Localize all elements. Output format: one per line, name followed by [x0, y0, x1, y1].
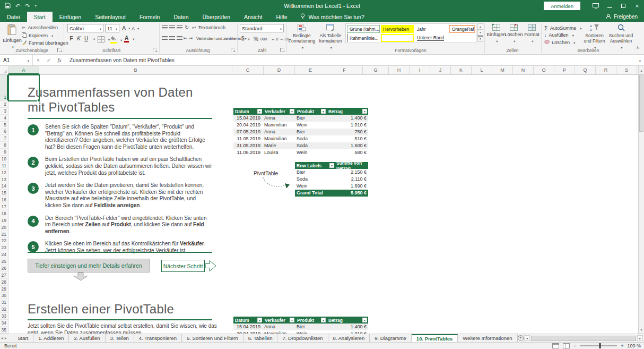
- clipboard-dialog-launcher[interactable]: [57, 48, 62, 52]
- merge-center-button[interactable]: Verbinden und zentrieren: [196, 36, 247, 41]
- tab-datei[interactable]: Datei: [0, 12, 27, 22]
- grow-font-button[interactable]: A▲: [122, 25, 130, 31]
- align-center-icon[interactable]: [169, 36, 175, 40]
- sheet-tab[interactable]: 2. Ausfüllen: [69, 334, 105, 342]
- scroll-down-icon[interactable]: ▾: [639, 326, 644, 333]
- zoom-level[interactable]: 100 %: [627, 343, 641, 348]
- row-header[interactable]: 13: [0, 176, 8, 183]
- share-button[interactable]: Freigeben: [606, 12, 644, 22]
- column-header[interactable]: C: [232, 66, 264, 74]
- number-dialog-launcher[interactable]: [280, 48, 284, 52]
- cut-button[interactable]: ✂Ausschneiden: [22, 25, 58, 30]
- table-row[interactable]: 15.04.2019 Anna Bier 1.400 €: [233, 324, 368, 330]
- row-header[interactable]: 21: [0, 231, 8, 238]
- customize-qat-icon[interactable]: ▾: [34, 4, 37, 8]
- restore-button[interactable]: [616, 0, 630, 12]
- expand-formula-bar-icon[interactable]: [638, 57, 644, 63]
- ribbon-tab[interactable]: Start: [27, 12, 53, 22]
- increase-indent-icon[interactable]: ⇥: [189, 36, 193, 41]
- column-header[interactable]: F: [326, 66, 363, 74]
- sheet-tab[interactable]: 5. Sortieren und Filtern: [182, 334, 243, 342]
- insert-function-icon[interactable]: fx: [54, 57, 65, 63]
- format-painter-button[interactable]: Format übertragen: [22, 40, 68, 46]
- column-header[interactable]: L: [472, 66, 492, 74]
- filter-dropdown-button[interactable]: [257, 109, 262, 114]
- vertical-scroll-thumb[interactable]: [639, 74, 643, 132]
- conditional-formatting-button[interactable]: Bedingte Formatierung: [288, 24, 316, 50]
- table-row[interactable]: 15.04.2019 Anna Bier 1.400 €: [233, 115, 368, 122]
- row-header[interactable]: 33: [0, 313, 8, 320]
- table-row[interactable]: 31.05.2019 Marie Soda 1.600 €: [233, 142, 368, 149]
- column-header[interactable]: J: [430, 66, 451, 74]
- sheet-tab[interactable]: 3. Teilen: [106, 334, 134, 342]
- close-button[interactable]: ×: [630, 0, 644, 12]
- underline-button[interactable]: U: [83, 36, 95, 41]
- sheet-tab[interactable]: 1. Addieren: [33, 334, 69, 342]
- row-header[interactable]: 16: [0, 197, 8, 203]
- hscroll-right-icon[interactable]: ▸: [637, 335, 643, 341]
- column-header[interactable]: M: [492, 66, 513, 74]
- new-sheet-button[interactable]: +: [518, 334, 524, 342]
- paste-button[interactable]: Einfügen: [3, 24, 21, 49]
- delete-cells-button[interactable]: × Löschen: [506, 24, 522, 44]
- indent-buttons[interactable]: ⇤⇥: [184, 36, 193, 41]
- fill-button[interactable]: ↓Ausfüllen: [544, 32, 574, 38]
- insert-cells-button[interactable]: + Einfügen: [488, 24, 504, 44]
- row-header[interactable]: 11: [0, 163, 8, 169]
- align-middle-icon[interactable]: [169, 25, 175, 30]
- name-box[interactable]: A1: [0, 55, 33, 65]
- wrap-text-button[interactable]: ↩Textumbruch: [192, 25, 225, 30]
- percent-style-button[interactable]: %: [254, 36, 258, 42]
- hscroll-left-icon[interactable]: ◂: [524, 335, 530, 341]
- ribbon-display-options-icon[interactable]: [589, 0, 603, 12]
- row-header[interactable]: 15: [0, 190, 8, 197]
- align-bottom-icon[interactable]: [177, 25, 182, 30]
- filter-dropdown-button[interactable]: [257, 318, 262, 322]
- borders-button[interactable]: [98, 36, 110, 42]
- column-header[interactable]: N: [513, 66, 534, 74]
- row-header[interactable]: 35: [0, 327, 8, 334]
- cell-style-bottom-border[interactable]: Unterer Rand: [415, 34, 448, 42]
- row-header[interactable]: 18: [0, 210, 8, 217]
- row-header[interactable]: 34: [0, 320, 8, 327]
- zoom-slider[interactable]: [580, 345, 617, 346]
- row-header[interactable]: 22: [0, 238, 8, 245]
- row-header[interactable]: 26: [0, 265, 8, 272]
- cell-style-yellow-border[interactable]: [381, 34, 414, 42]
- ribbon-tab[interactable]: Überprüfen: [196, 12, 238, 22]
- vertical-align-buttons[interactable]: [162, 25, 182, 30]
- row-header[interactable]: 6: [0, 129, 8, 135]
- horizontal-align-buttons[interactable]: [162, 36, 182, 40]
- row-header[interactable]: 10: [0, 156, 8, 163]
- gallery-more-icon[interactable]: ▾: [477, 36, 483, 42]
- sheet-tab[interactable]: 7. Dropdownlisten: [277, 334, 328, 342]
- sheet-tab[interactable]: Start: [13, 334, 33, 342]
- row-header[interactable]: 29: [0, 286, 8, 293]
- zoom-out-icon[interactable]: −: [573, 343, 576, 348]
- row-header[interactable]: 1: [0, 75, 8, 101]
- pivot-grand-total-row[interactable]: Grand Total 5.950 €: [295, 190, 368, 197]
- row-header[interactable]: 20: [0, 224, 8, 231]
- zoom-in-icon[interactable]: +: [621, 343, 623, 348]
- next-step-button[interactable]: Nächster Schritt: [161, 260, 205, 272]
- row-header[interactable]: 25: [0, 258, 8, 265]
- format-as-table-button[interactable]: Als Tabelle formatieren: [317, 24, 344, 50]
- copy-button[interactable]: Kopieren: [22, 32, 53, 39]
- row-header[interactable]: 7: [0, 135, 8, 142]
- column-header[interactable]: O: [534, 66, 554, 74]
- ribbon-tab[interactable]: Hilfe: [269, 12, 294, 22]
- font-color-button[interactable]: A: [124, 35, 135, 42]
- gallery-scroll-up-icon[interactable]: ▴: [477, 23, 483, 30]
- enter-icon[interactable]: ✓: [43, 57, 54, 63]
- sheet-tab[interactable]: 10. PivotTables: [412, 334, 458, 342]
- row-header[interactable]: 17: [0, 203, 8, 210]
- row-header[interactable]: 19: [0, 217, 8, 224]
- row-header[interactable]: 12: [0, 169, 8, 176]
- zoom-slider-thumb[interactable]: [599, 343, 601, 348]
- ribbon-tab[interactable]: Daten: [167, 12, 195, 22]
- column-header[interactable]: E: [295, 66, 326, 74]
- ribbon-tab[interactable]: Seitenlayout: [88, 12, 133, 22]
- sheet-tab[interactable]: Weitere Informationen: [458, 334, 517, 342]
- row-header[interactable]: 30: [0, 293, 8, 300]
- column-header[interactable]: G: [363, 66, 389, 74]
